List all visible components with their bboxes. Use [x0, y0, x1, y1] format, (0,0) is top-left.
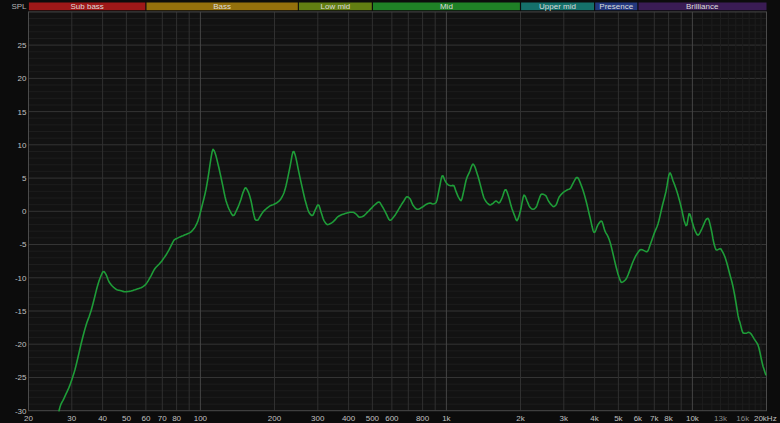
svg-text:300: 300: [311, 414, 325, 423]
svg-text:80: 80: [172, 414, 181, 423]
svg-text:0: 0: [22, 207, 27, 216]
svg-text:25: 25: [18, 41, 27, 50]
svg-text:-5: -5: [19, 240, 27, 249]
svg-text:Presence: Presence: [599, 2, 633, 11]
svg-text:13k: 13k: [714, 414, 728, 423]
svg-text:20: 20: [24, 414, 33, 423]
svg-text:70: 70: [158, 414, 167, 423]
svg-text:-20: -20: [15, 340, 27, 349]
svg-text:Bass: Bass: [213, 2, 231, 11]
svg-text:1k: 1k: [442, 414, 451, 423]
svg-text:20kHz: 20kHz: [754, 414, 777, 423]
svg-text:10: 10: [18, 141, 27, 150]
svg-text:3k: 3k: [560, 414, 569, 423]
svg-text:100: 100: [194, 414, 208, 423]
svg-text:30: 30: [67, 414, 76, 423]
svg-text:Low mid: Low mid: [321, 2, 351, 11]
svg-text:500: 500: [366, 414, 380, 423]
svg-text:Mid: Mid: [440, 2, 453, 11]
svg-text:4k: 4k: [590, 414, 599, 423]
svg-text:16k: 16k: [736, 414, 750, 423]
svg-text:600: 600: [385, 414, 399, 423]
svg-text:8k: 8k: [664, 414, 673, 423]
svg-text:5: 5: [22, 174, 27, 183]
svg-text:Sub bass: Sub bass: [71, 2, 104, 11]
svg-text:7k: 7k: [650, 414, 659, 423]
svg-text:10k: 10k: [686, 414, 700, 423]
svg-text:60: 60: [141, 414, 150, 423]
svg-text:-10: -10: [15, 274, 27, 283]
svg-text:15: 15: [18, 108, 27, 117]
svg-text:Brilliance: Brilliance: [686, 2, 719, 11]
svg-text:Upper mid: Upper mid: [539, 2, 576, 11]
svg-text:20: 20: [18, 74, 27, 83]
svg-text:6k: 6k: [634, 414, 643, 423]
svg-text:SPL: SPL: [11, 2, 27, 11]
svg-text:-15: -15: [15, 307, 27, 316]
svg-text:400: 400: [342, 414, 356, 423]
svg-text:2k: 2k: [516, 414, 525, 423]
svg-text:200: 200: [268, 414, 282, 423]
svg-text:800: 800: [416, 414, 430, 423]
svg-text:5k: 5k: [614, 414, 623, 423]
svg-text:50: 50: [122, 414, 131, 423]
svg-text:-25: -25: [15, 373, 27, 382]
svg-text:40: 40: [98, 414, 107, 423]
